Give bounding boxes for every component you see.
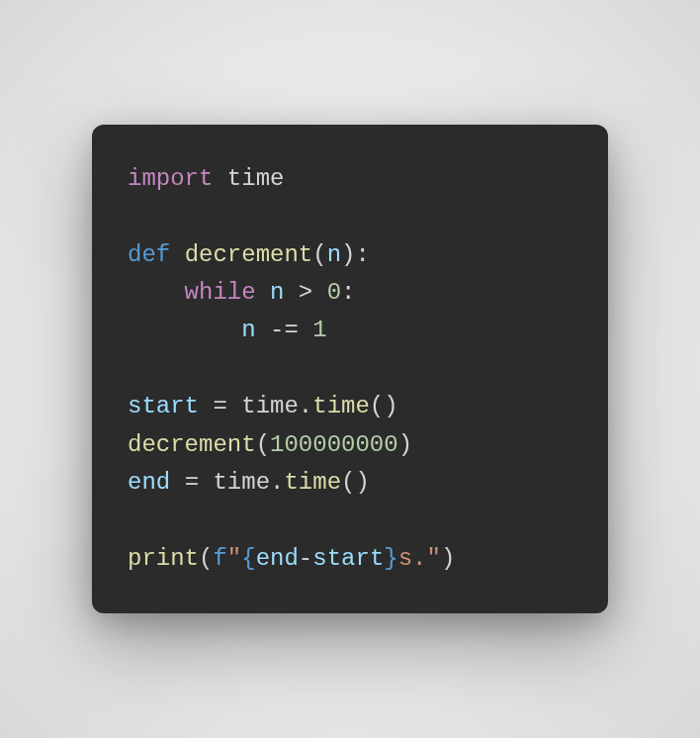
- op-eq: =: [185, 469, 199, 496]
- num-large: 100000000: [270, 431, 398, 458]
- module-time: time: [241, 393, 299, 419]
- space: [213, 165, 226, 192]
- code-block: import time def decrement(n): while n > …: [92, 125, 608, 613]
- space: [199, 393, 213, 419]
- space: [170, 469, 184, 496]
- colon: :: [341, 279, 355, 306]
- func-print: print: [128, 545, 199, 572]
- space: [256, 317, 270, 343]
- space: [256, 279, 270, 306]
- lparen: (: [199, 545, 213, 572]
- quote-open: ": [227, 545, 241, 572]
- dot: .: [270, 469, 284, 496]
- module-time: time: [213, 469, 270, 496]
- space: [227, 393, 241, 419]
- lbrace: {: [241, 545, 255, 572]
- space: [199, 469, 213, 496]
- space: [284, 279, 298, 306]
- func-time: time: [284, 469, 341, 496]
- parens: (): [370, 393, 398, 419]
- var-start: start: [128, 393, 199, 419]
- var-end: end: [128, 469, 170, 496]
- keyword-def: def: [128, 241, 170, 268]
- space: [170, 241, 184, 268]
- dot: .: [299, 393, 312, 419]
- space: [299, 317, 312, 343]
- rparen-colon: ):: [341, 241, 370, 268]
- keyword-import: import: [128, 165, 213, 192]
- op-eq: =: [213, 393, 226, 419]
- num-zero: 0: [327, 279, 341, 306]
- rparen: ): [398, 431, 412, 458]
- keyword-while: while: [185, 279, 256, 306]
- lparen: (: [256, 431, 270, 458]
- var-end: end: [256, 545, 299, 572]
- var-n: n: [270, 279, 284, 306]
- op-gt: >: [299, 279, 312, 306]
- string-tail: s.: [398, 545, 427, 572]
- rbrace: }: [384, 545, 397, 572]
- op-minus: -: [299, 545, 312, 572]
- code-content: import time def decrement(n): while n > …: [128, 160, 572, 578]
- num-one: 1: [312, 317, 326, 343]
- func-time: time: [312, 393, 370, 419]
- var-start: start: [312, 545, 384, 572]
- fstring-prefix: f: [213, 545, 226, 572]
- function-name-decrement: decrement: [185, 241, 313, 268]
- module-time: time: [227, 165, 285, 192]
- rparen: ): [441, 545, 455, 572]
- quote-close: ": [427, 545, 441, 572]
- func-decrement: decrement: [128, 431, 256, 458]
- parens: (): [341, 469, 370, 496]
- param-n: n: [327, 241, 341, 268]
- lparen: (: [312, 241, 326, 268]
- space: [312, 279, 326, 306]
- var-n: n: [241, 317, 255, 343]
- op-minus-eq: -=: [270, 317, 299, 343]
